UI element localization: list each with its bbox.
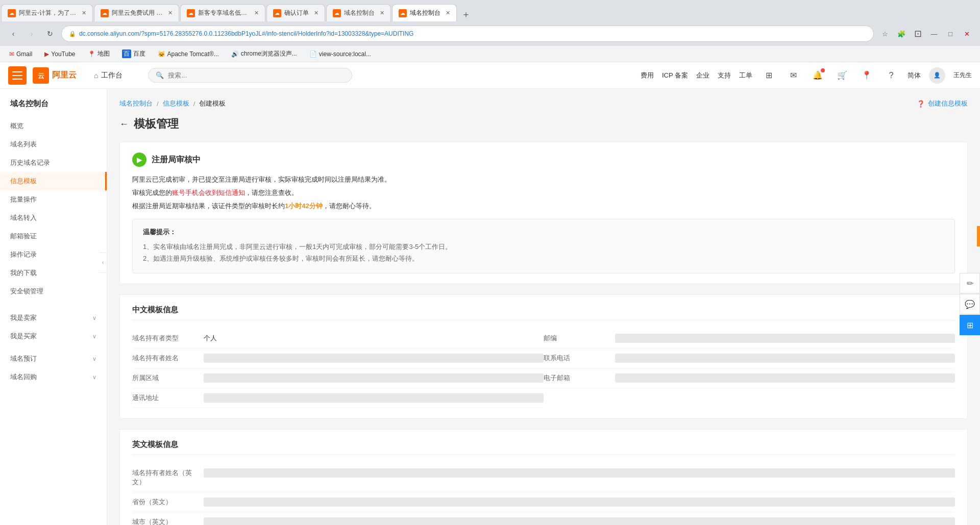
- reload-button[interactable]: ↻: [43, 27, 57, 41]
- chinese-template-title: 中文模板信息: [132, 305, 955, 320]
- nav-icp[interactable]: ICP 备案: [662, 71, 688, 80]
- help-icon-btn[interactable]: ?: [883, 67, 899, 84]
- user-avatar[interactable]: 👤: [929, 67, 945, 84]
- tab-5-close[interactable]: ✕: [380, 10, 384, 16]
- postcode-value: [615, 334, 955, 343]
- question-circle-icon: ❓: [917, 100, 925, 108]
- sidebar-collapse-toggle[interactable]: ‹: [99, 253, 107, 273]
- extension-puzzle-icon[interactable]: 🧩: [894, 27, 909, 41]
- nav-cost[interactable]: 费用: [641, 71, 654, 80]
- back-button[interactable]: ‹: [6, 27, 20, 41]
- search-container: 🔍: [148, 68, 352, 83]
- sidebar-item-overview[interactable]: 概览: [0, 117, 107, 135]
- tab-2[interactable]: ☁ 阿里云免费试用 - 阿里云 ✕: [94, 4, 179, 21]
- english-template-left: 域名持有者姓名（英文） 省份（英文） 城市（英文）: [132, 463, 955, 525]
- sidebar-item-domain-transfer[interactable]: 域名转入: [0, 209, 107, 227]
- status-line2: 审核完成您的账号手机会收到短信通知，请您注意查收。: [132, 186, 955, 199]
- nav-enterprise[interactable]: 企业: [696, 71, 709, 80]
- bookmark-gmail[interactable]: ✉ Gmail: [6, 49, 35, 59]
- location-icon-btn[interactable]: 📍: [859, 67, 875, 84]
- minimize-button[interactable]: —: [927, 27, 941, 41]
- cart-icon-btn[interactable]: 🛒: [834, 67, 850, 84]
- edit-float-button[interactable]: ✏: [960, 273, 980, 293]
- bookmark-chrome-audio[interactable]: 🔊 chrome浏览器没声...: [228, 48, 300, 59]
- forward-button[interactable]: ›: [24, 27, 39, 41]
- bookmark-star-icon[interactable]: ☆: [878, 27, 892, 41]
- create-template-action[interactable]: ❓ 创建信息模板: [917, 99, 968, 108]
- email-icon-btn[interactable]: ✉: [785, 67, 801, 84]
- english-template-title: 英文模板信息: [132, 440, 955, 455]
- tab-5[interactable]: ☁ 域名控制台 ✕: [326, 4, 391, 21]
- tab-1-close[interactable]: ✕: [82, 10, 86, 16]
- tab-3-close[interactable]: ✕: [254, 10, 259, 16]
- sidebar-item-email-verify[interactable]: 邮箱验证: [0, 227, 107, 245]
- maximize-button[interactable]: □: [943, 27, 958, 41]
- sidebar-item-security-lock[interactable]: 安全锁管理: [0, 282, 107, 301]
- bell-icon-btn[interactable]: 🔔: [810, 67, 826, 84]
- sidebar-collapsible-seller[interactable]: 我是卖家 ∨: [0, 309, 107, 327]
- bookmark-maps[interactable]: 📍 地图: [85, 48, 113, 59]
- chat-float-button[interactable]: 💬: [960, 294, 980, 314]
- workbench-label: 工作台: [101, 71, 122, 80]
- tab-6-close[interactable]: ✕: [446, 10, 450, 16]
- sidebar-preorder-label: 域名预订: [10, 354, 37, 363]
- tab-3[interactable]: ☁ 新客专享域名低至1元 ✕: [180, 4, 265, 21]
- grid-icon-btn[interactable]: ⊞: [761, 67, 777, 84]
- sidebar-collapsible-buyer[interactable]: 我是买家 ∨: [0, 327, 107, 345]
- content-area: 域名控制台 / 信息模板 / 创建模板 ❓ 创建信息模板 ← 模板管理 ▶: [107, 89, 980, 525]
- sidebar-item-my-download[interactable]: 我的下载: [0, 264, 107, 282]
- url-bar[interactable]: 🔒 dc.console.aliyun.com/?spm=5176.283552…: [61, 26, 874, 42]
- bookmark-youtube[interactable]: ▶ YouTube: [41, 49, 78, 59]
- orange-tab[interactable]: [977, 226, 980, 246]
- close-button[interactable]: ✕: [960, 27, 974, 41]
- sidebar-item-info-template[interactable]: 信息模板: [0, 172, 107, 190]
- sidebar-item-batch-ops[interactable]: 批量操作: [0, 190, 107, 209]
- tab-6[interactable]: ☁ 域名控制台 ✕: [392, 4, 457, 21]
- aliyun-logo[interactable]: 云 阿里云: [33, 67, 77, 84]
- profile-icon[interactable]: ⊡: [911, 27, 925, 41]
- holder-type-label: 域名持有者类型: [132, 334, 204, 343]
- back-arrow-button[interactable]: ←: [119, 119, 129, 130]
- bookmark-tomcat-label: Apache Tomcat®...: [167, 51, 219, 58]
- tab-3-favicon: ☁: [187, 9, 195, 17]
- bookmark-viewsource[interactable]: 📄 view-source:local...: [306, 49, 374, 59]
- bookmark-maps-label: 地图: [97, 49, 110, 58]
- workbench-nav-item[interactable]: ⌂ 工作台: [89, 68, 128, 83]
- breadcrumb-domain-console[interactable]: 域名控制台: [119, 99, 153, 108]
- en-holder-name-label: 域名持有者姓名（英文）: [132, 468, 204, 487]
- tab-1[interactable]: ☁ 阿里云-计算，为了无法计算... ✕: [1, 4, 93, 21]
- bookmark-baidu[interactable]: 百 百度: [119, 48, 149, 59]
- breadcrumb-sep-1: /: [157, 100, 159, 108]
- tab-2-close[interactable]: ✕: [168, 10, 173, 16]
- tab-4[interactable]: ☁ 确认订单 ✕: [266, 4, 325, 21]
- tab-4-close[interactable]: ✕: [314, 10, 318, 16]
- nav-ticket[interactable]: 工单: [739, 71, 752, 80]
- language-switch[interactable]: 简体: [908, 71, 921, 80]
- address-value: [204, 393, 544, 403]
- hamburger-line-2: [12, 75, 22, 76]
- search-input[interactable]: [168, 71, 270, 79]
- buyback-chevron-icon: ∨: [92, 374, 96, 381]
- phone-label: 联系电话: [544, 354, 615, 363]
- body-area: 域名控制台 概览 域名列表 历史域名记录 信息模板 批量操作 域名转入 邮箱验证…: [0, 89, 980, 525]
- hamburger-menu[interactable]: [8, 66, 27, 85]
- sidebar-collapsible-buyback[interactable]: 域名回购 ∨: [0, 368, 107, 386]
- sidebar-collapsible-preorder[interactable]: 域名预订 ∨: [0, 349, 107, 368]
- grid-float-button[interactable]: ⊞: [960, 315, 980, 335]
- nav-support[interactable]: 支持: [718, 71, 731, 80]
- breadcrumb-info-template[interactable]: 信息模板: [163, 99, 189, 108]
- username-label[interactable]: 王先生: [953, 71, 972, 80]
- bookmark-tomcat[interactable]: 🐱 Apache Tomcat®...: [155, 49, 222, 59]
- status-line2-red: 账号手机会收到短信通知: [172, 189, 245, 196]
- sidebar-item-operation-log[interactable]: 操作记录: [0, 245, 107, 264]
- sidebar-item-history-domain[interactable]: 历史域名记录: [0, 154, 107, 172]
- chinese-template-section: 中文模板信息 域名持有者类型 个人 域名持有者姓名: [119, 294, 968, 419]
- new-tab-button[interactable]: ＋: [459, 7, 473, 21]
- hint-item-2: 2、如遇注册局升级核验、系统维护或审核任务较多时，审核时间会有所延长，请您耐心等…: [143, 253, 944, 264]
- bookmark-baidu-label: 百度: [133, 49, 145, 58]
- sidebar-item-domain-list[interactable]: 域名列表: [0, 135, 107, 154]
- search-box[interactable]: 🔍: [148, 68, 352, 83]
- seller-chevron-icon: ∨: [92, 315, 96, 321]
- floating-sidebar: [977, 226, 980, 246]
- bookmarks-bar: ✉ Gmail ▶ YouTube 📍 地图 百 百度 🐱 Apache Tom…: [0, 46, 980, 62]
